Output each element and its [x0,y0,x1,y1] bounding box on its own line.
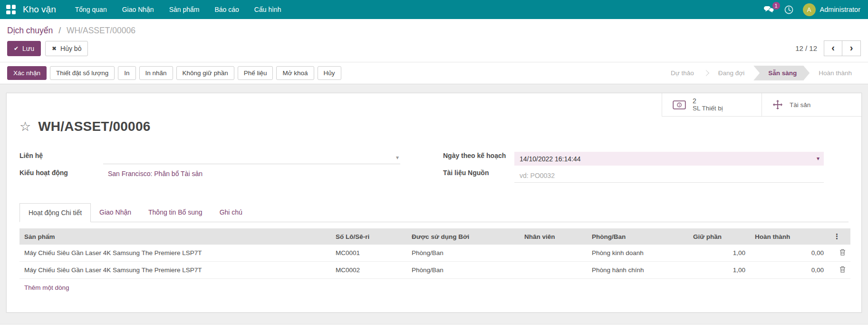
money-icon: 1 [673,100,686,109]
print-button[interactable]: In [118,66,135,80]
favorite-star-icon[interactable]: ☆ [19,120,31,134]
record-pager: 12 / 12 ‹ › [795,40,861,56]
state-draft[interactable]: Dự thảo [662,66,703,80]
col-header-employee[interactable]: Nhân viên [520,228,587,245]
state-done[interactable]: Hoàn thành [810,66,861,80]
apps-menu-icon[interactable] [6,5,16,14]
tab-transfers[interactable]: Giao Nhận [91,203,140,222]
discard-button[interactable]: ✖ Hủy bỏ [45,41,88,56]
operation-type-value[interactable]: San Francisco: Phân bổ Tài sản [103,169,400,177]
cell-used-by: Phòng/Ban [407,245,520,262]
breadcrumb-parent-link[interactable]: Dịch chuyển [7,26,53,35]
partner-field-label: Liên hệ [19,149,103,159]
cell-department: Phòng hành chính [587,262,688,279]
confirm-button[interactable]: Xác nhận [7,66,47,80]
smart-button-label: SL Thiết bị [693,105,723,112]
pager-previous-button[interactable]: ‹ [824,40,842,56]
tab-detailed-operations[interactable]: Hoạt động Chi tiết [19,203,91,222]
unlock-button[interactable]: Mở khoá [276,66,314,80]
delete-row-button[interactable] [839,266,846,273]
messages-button[interactable]: 1 [763,6,775,14]
page-gap [0,313,868,324]
device-qty-smart-button[interactable]: 1 2 SL Thiết bị [662,93,762,116]
control-panel: Dịch chuyển / WH/ASSET/00006 ✔ Lưu ✖ Hủy… [0,19,868,62]
cell-done: 0,00 [750,262,829,279]
tab-additional-info[interactable]: Thông tin Bổ sung [140,203,211,222]
scrap-button[interactable]: Phế liệu [238,66,273,80]
statusbar: Xác nhận Thiết đặt số lượng In In nhãn K… [0,62,868,84]
pager-counter: 12 / 12 [795,44,817,52]
messages-count-badge: 1 [772,2,780,10]
smart-button-area: 1 2 SL Thiết bị Tài sản [662,93,861,117]
optional-columns-button[interactable]: ⋮ [829,228,850,245]
clock-icon [784,5,793,14]
source-document-field-label: Tài liệu Nguồn [443,167,514,177]
col-header-done[interactable]: Hoàn thành [750,228,829,245]
chevron-right-icon: › [850,42,853,53]
caret-down-icon[interactable]: ▾ [396,154,399,161]
notebook-tabs: Hoạt động Chi tiết Giao Nhận Thông tin B… [19,203,849,222]
menu-item-overview[interactable]: Tổng quan [68,0,115,19]
state-waiting[interactable]: Đang đợi [709,66,753,80]
form-sheet: 1 2 SL Thiết bị Tài sản ☆ WH/ASSET/00006 [6,93,862,313]
tab-notes[interactable]: Ghi chú [211,203,251,222]
scheduled-date-field-label: Ngày theo kế hoạch [443,149,514,159]
main-menu: Tổng quan Giao Nhận Sản phẩm Báo cáo Cấu… [68,0,289,19]
cell-lot: MC0001 [331,245,407,262]
source-document-input[interactable]: vd: PO0032 [514,169,824,183]
cell-reserved: 1,00 [688,262,750,279]
cell-lot: MC0002 [331,262,407,279]
menu-item-transfers[interactable]: Giao Nhận [115,0,162,19]
pager-next-button[interactable]: › [842,40,861,56]
activities-button[interactable] [784,5,793,14]
check-icon: ✔ [14,45,19,52]
app-name[interactable]: Kho vận [23,4,56,15]
partner-input[interactable]: ▾ [103,152,400,164]
close-icon: ✖ [52,45,57,52]
source-document-placeholder: vd: PO0032 [520,172,555,179]
cell-employee [520,245,587,262]
state-ready[interactable]: Sẵn sàng [753,66,810,80]
add-a-line-link[interactable]: Thêm một dòng [19,279,850,297]
user-avatar: A [803,3,816,16]
chevron-separator-icon [703,70,709,76]
breadcrumb-current: WH/ASSET/00006 [67,26,135,35]
cell-used-by: Phòng/Ban [407,262,520,279]
col-header-product[interactable]: Sản phẩm [19,228,331,245]
chevron-left-icon: ‹ [831,42,835,53]
caret-down-icon[interactable]: ▾ [817,155,820,162]
breadcrumb-separator: / [58,26,61,35]
top-navbar: Kho vận Tổng quan Giao Nhận Sản phẩm Báo… [0,0,868,19]
set-quantities-button[interactable]: Thiết đặt số lượng [50,66,115,80]
unreserve-button[interactable]: Không giữ phần [176,66,234,80]
record-title: WH/ASSET/00006 [38,119,150,134]
user-name: Administrator [820,6,860,13]
menu-item-reporting[interactable]: Báo cáo [207,0,246,19]
cell-reserved: 1,00 [688,245,750,262]
delete-row-button[interactable] [839,249,846,256]
form-view: 1 2 SL Thiết bị Tài sản ☆ WH/ASSET/00006 [0,84,868,313]
table-row[interactable]: Máy Chiếu Siêu Gần Laser 4K Samsung The … [19,245,850,262]
menu-item-config[interactable]: Cấu hình [247,0,289,19]
col-header-reserved[interactable]: Giữ phần [688,228,750,245]
col-header-used-by[interactable]: Được sử dụng Bởi [407,228,520,245]
menu-item-products[interactable]: Sản phẩm [162,0,207,19]
assets-smart-button[interactable]: Tài sản [762,93,861,116]
operations-table: Sản phẩm Số Lô/Sê-ri Được sử dụng Bởi Nh… [19,228,850,296]
cell-department: Phòng kinh doanh [587,245,688,262]
move-icon [772,99,783,110]
dots-vertical-icon: ⋮ [833,232,840,240]
cancel-button[interactable]: Hủy [318,66,341,80]
field-grid: Liên hệ ▾ Kiểu hoạt động San Francisco: … [19,149,849,184]
user-menu[interactable]: A Administrator [803,3,860,16]
cell-product: Máy Chiếu Siêu Gần Laser 4K Samsung The … [19,245,331,262]
table-row[interactable]: Máy Chiếu Siêu Gần Laser 4K Samsung The … [19,262,850,279]
col-header-lot[interactable]: Số Lô/Sê-ri [331,228,407,245]
status-pipeline: Dự thảo Đang đợi Sẵn sàng Hoàn thành [662,66,861,80]
save-button[interactable]: ✔ Lưu [7,41,41,56]
print-labels-button[interactable]: In nhãn [139,66,173,80]
cell-employee [520,262,587,279]
operation-type-field-label: Kiểu hoạt động [19,167,103,177]
scheduled-date-input[interactable]: 14/10/2022 16:14:44 ▾ [514,152,824,166]
col-header-department[interactable]: Phòng/Ban [587,228,688,245]
